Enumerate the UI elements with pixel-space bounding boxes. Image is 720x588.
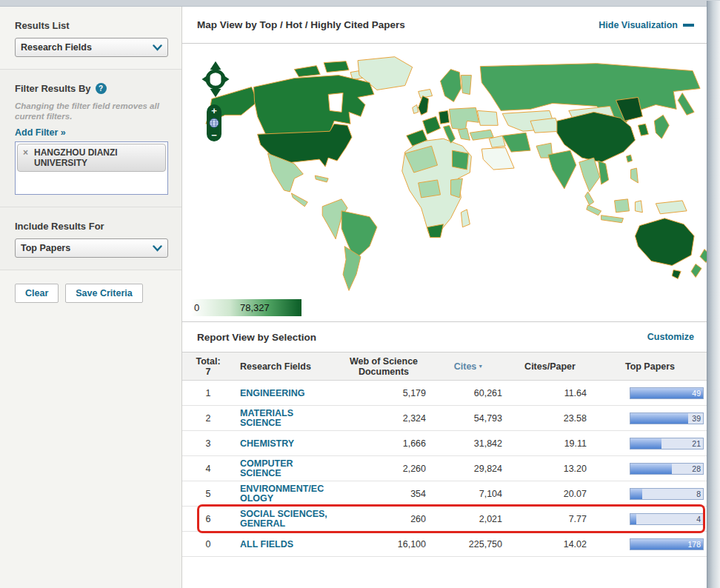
chevron-down-icon — [153, 44, 162, 51]
rank-cell: 1 — [182, 388, 234, 398]
top-papers-bar: 178 — [630, 538, 704, 550]
results-list-select[interactable]: Research Fields — [15, 38, 168, 57]
col-research-fields: Research Fields — [234, 361, 338, 372]
field-cell: ENGINEERING — [234, 388, 338, 398]
field-cell: CHEMISTRY — [234, 438, 338, 449]
cites-paper-cell: 13.20 — [507, 464, 593, 474]
report-panel-header: Report View by Selection Customize — [182, 322, 707, 353]
add-filter-link[interactable]: Add Filter » — [15, 127, 66, 138]
country-japan — [654, 115, 669, 138]
country-canada — [254, 76, 374, 136]
table-row: 3 CHEMISTRY 1,666 31,842 19.11 21 — [182, 431, 707, 456]
hide-visualization-link[interactable]: Hide Visualization — [599, 20, 678, 30]
scrollbar-track[interactable] — [707, 1, 720, 588]
top-papers-bar: 39 — [630, 412, 704, 424]
wos-cell: 5,179 — [338, 388, 430, 398]
field-link[interactable]: ENGINEERING — [240, 389, 305, 398]
cites-cell: 7,104 — [430, 489, 507, 499]
table-row: 2 MATERIALS SCIENCE 2,324 54,793 23.58 3… — [182, 406, 707, 431]
top-papers-bar: 49 — [630, 387, 704, 399]
field-cell: ALL FIELDS — [234, 539, 338, 549]
field-link[interactable]: CHEMISTRY — [240, 439, 294, 449]
top-papers-cell: 8 — [593, 488, 707, 500]
field-link[interactable]: COMPUTER SCIENCE — [240, 459, 327, 478]
rank-cell: 3 — [182, 438, 234, 449]
collapse-icon[interactable] — [683, 24, 694, 27]
field-cell: MATERIALS SCIENCE — [234, 409, 338, 428]
include-results-heading: Include Results For — [15, 221, 168, 232]
field-link[interactable]: ALL FIELDS — [240, 540, 293, 549]
save-criteria-button[interactable]: Save Criteria — [65, 284, 142, 303]
filter-note: Changing the filter field removes all cu… — [15, 101, 168, 121]
cites-paper-cell: 23.58 — [507, 413, 593, 424]
field-link[interactable]: ENVIRONMENT/ECOLOGY — [240, 484, 327, 504]
cites-paper-cell: 19.11 — [507, 438, 593, 449]
clear-button[interactable]: Clear — [15, 284, 59, 303]
legend-max: 78,327 — [240, 302, 270, 313]
remove-filter-icon[interactable]: × — [23, 147, 28, 158]
country-france — [423, 116, 441, 134]
wos-cell: 260 — [338, 514, 430, 524]
wos-cell: 16,100 — [338, 539, 430, 549]
map-panel-header: Map View by Top / Hot / Highly Cited Pap… — [182, 7, 707, 44]
globe-icon[interactable] — [209, 118, 219, 128]
help-icon[interactable]: ? — [96, 83, 107, 94]
table-row: 1 ENGINEERING 5,179 60,261 11.64 49 — [182, 381, 707, 406]
main-content: Map View by Top / Hot / Highly Cited Pap… — [182, 7, 720, 588]
include-results-select[interactable]: Top Papers — [15, 238, 168, 258]
chevron-down-icon — [153, 245, 162, 252]
map-panel-title: Map View by Top / Hot / Highly Cited Pap… — [197, 19, 405, 30]
cites-paper-cell: 11.64 — [507, 388, 593, 398]
results-list-heading: Results List — [15, 20, 168, 31]
filter-section: Filter Results By ? Changing the filter … — [0, 70, 181, 207]
results-list-value: Research Fields — [21, 42, 92, 53]
wos-cell: 2,324 — [338, 413, 430, 424]
field-cell: ENVIRONMENT/ECOLOGY — [234, 484, 338, 504]
col-total: Total: 7 — [182, 356, 234, 377]
world-map[interactable] — [184, 53, 707, 301]
col-top-papers: Top Papers — [593, 361, 707, 372]
criteria-buttons-section: Clear Save Criteria — [0, 270, 181, 315]
country-germany — [439, 110, 450, 124]
top-papers-cell: 21 — [593, 438, 707, 450]
top-papers-bar: 8 — [630, 488, 704, 500]
filter-chip-label: HANGZHOU DIANZI UNIVERSITY — [34, 147, 118, 168]
cites-paper-cell: 7.77 — [507, 514, 593, 524]
cites-cell: 54,793 — [430, 413, 507, 424]
cites-cell: 60,261 — [430, 388, 507, 398]
country-australia — [635, 218, 694, 266]
wos-cell: 2,260 — [338, 464, 430, 474]
filter-heading: Filter Results By — [15, 83, 91, 94]
map-color-legend: 0 78,327 — [191, 299, 301, 316]
legend-min: 0 — [194, 302, 199, 313]
top-papers-bar: 28 — [630, 463, 704, 475]
col-wos-documents: Web of Science Documents — [338, 356, 430, 377]
zoom-out-button[interactable]: − — [211, 131, 217, 139]
map-controls: + − — [197, 60, 231, 141]
field-link[interactable]: SOCIAL SCIENCES, GENERAL — [240, 510, 327, 529]
cites-paper-cell: 14.02 — [507, 539, 593, 549]
top-papers-cell: 178 — [593, 538, 707, 550]
zoom-in-button[interactable]: + — [211, 107, 217, 115]
zoom-control[interactable]: + − — [207, 104, 221, 141]
field-cell: COMPUTER SCIENCE — [234, 459, 338, 478]
customize-link[interactable]: Customize — [647, 332, 694, 342]
rank-cell: 5 — [182, 489, 234, 499]
report-panel-title: Report View by Selection — [197, 332, 316, 343]
top-papers-cell: 39 — [593, 412, 707, 424]
table-row: 0 ALL FIELDS 16,100 225,750 14.02 178 — [182, 532, 707, 557]
include-results-value: Top Papers — [21, 243, 70, 253]
top-papers-bar: 4 — [630, 513, 704, 525]
col-cites-sort[interactable]: Cites▼ — [430, 361, 507, 372]
rank-cell: 6 — [182, 514, 234, 524]
sort-caret-icon: ▼ — [478, 364, 483, 369]
table-row: 5 ENVIRONMENT/ECOLOGY 354 7,104 20.07 8 — [182, 481, 707, 507]
window-top-strip — [0, 0, 720, 7]
report-table-header: Total: 7 Research Fields Web of Science … — [182, 353, 707, 381]
top-papers-cell: 28 — [593, 463, 707, 475]
country-uk — [419, 96, 429, 115]
top-papers-bar: 21 — [630, 438, 704, 450]
field-link[interactable]: MATERIALS SCIENCE — [240, 409, 327, 428]
filter-chip[interactable]: × HANGZHOU DIANZI UNIVERSITY — [17, 144, 166, 172]
pan-control[interactable] — [199, 60, 232, 98]
